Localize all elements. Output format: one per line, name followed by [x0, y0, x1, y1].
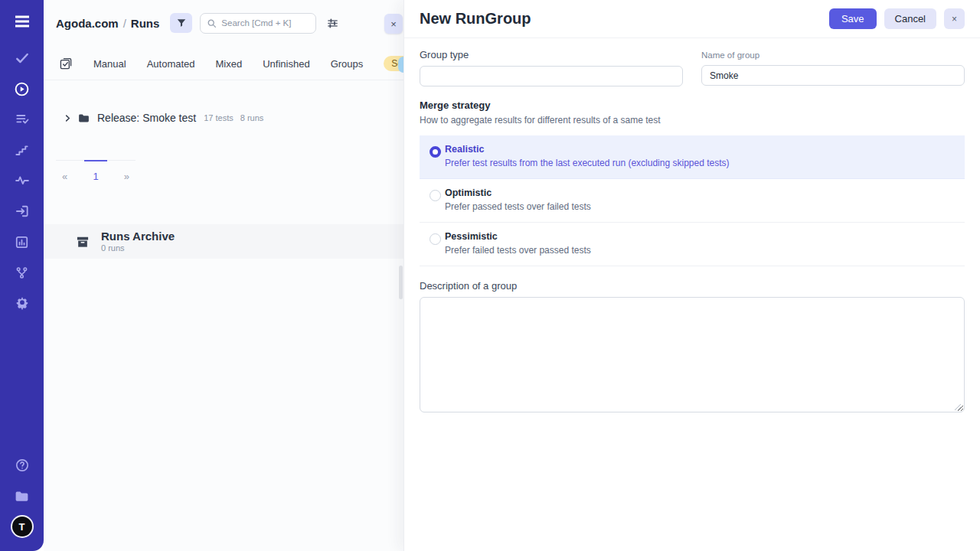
gear-icon — [15, 295, 30, 311]
funnel-icon — [176, 18, 187, 28]
breadcrumb: Agoda.com / Runs — [56, 17, 159, 30]
form-header: New RunGroup Save Cancel × — [404, 0, 980, 38]
tab-manual[interactable]: Manual — [93, 58, 126, 70]
close-form-button[interactable]: × — [944, 8, 965, 29]
run-group-name: Release: Smoke test — [97, 112, 196, 124]
option-description: Prefer passed tests over failed tests — [445, 201, 952, 212]
avatar-logo: T — [12, 517, 32, 536]
pagination: « 1 » — [56, 160, 136, 182]
new-rungroup-panel: New RunGroup Save Cancel × Group type Na… — [403, 0, 980, 551]
group-type-label: Group type — [420, 49, 683, 60]
form-body: Group type Name of group Merge strategy … — [404, 38, 980, 416]
help-circle-icon — [15, 458, 30, 473]
tab-groups[interactable]: Groups — [331, 58, 364, 70]
sidebar-item-settings[interactable] — [0, 288, 44, 318]
cancel-button[interactable]: Cancel — [884, 8, 936, 29]
sidebar-item-steps[interactable] — [0, 135, 44, 165]
sidebar-item-pulse[interactable] — [0, 165, 44, 196]
tab-mixed[interactable]: Mixed — [216, 58, 243, 70]
sidebar-item-runs[interactable] — [0, 73, 44, 104]
sidebar-item-tests[interactable] — [0, 43, 44, 73]
option-realistic[interactable]: Realistic Prefer test results from the l… — [420, 135, 965, 179]
merge-strategy-section: Merge strategy How to aggregate results … — [420, 99, 965, 266]
runs-list-panel: Agoda.com / Runs × Manual Automated Mixe… — [44, 0, 403, 551]
archive-text: Runs Archive 0 runs — [101, 230, 175, 253]
tab-unfinished[interactable]: Unfinished — [263, 58, 309, 70]
option-title: Optimistic — [445, 187, 952, 198]
filter-tabs: Manual Automated Mixed Unfinished Groups… — [44, 51, 403, 80]
search-input[interactable] — [221, 18, 305, 28]
pagination-prev[interactable]: « — [62, 161, 67, 182]
play-circle-icon — [14, 81, 30, 97]
option-title: Pessimistic — [445, 231, 952, 242]
option-description: Prefer test results from the last execut… — [445, 158, 952, 168]
group-type-input[interactable] — [420, 66, 683, 86]
clipped-badge[interactable] — [398, 57, 403, 73]
search-box — [200, 13, 316, 34]
archive-title: Runs Archive — [101, 230, 175, 243]
run-group-row[interactable]: Release: Smoke test 17 tests 8 runs — [64, 108, 391, 128]
option-title: Realistic — [445, 144, 952, 155]
breadcrumb-page[interactable]: Runs — [131, 17, 160, 30]
breadcrumb-separator: / — [123, 17, 126, 30]
merge-strategy-hint: How to aggregate results for different r… — [420, 115, 965, 126]
panel-close-button[interactable]: × — [384, 14, 403, 34]
sidebar-item-import[interactable] — [0, 196, 44, 227]
name-of-group-label: Name of group — [701, 49, 965, 60]
sidebar-nav — [0, 43, 44, 318]
adjustments-icon[interactable] — [326, 17, 339, 30]
hamburger-icon — [14, 15, 31, 28]
hamburger-menu-button[interactable] — [0, 0, 44, 43]
name-of-group-input[interactable] — [701, 65, 965, 86]
option-optimistic[interactable]: Optimistic Prefer passed tests over fail… — [420, 179, 965, 223]
bar-chart-icon — [15, 235, 29, 249]
sidebar-bottom: T — [0, 450, 44, 542]
archive-count: 0 runs — [101, 243, 175, 253]
pulse-icon — [15, 173, 30, 188]
tests-count: 17 tests — [204, 113, 234, 122]
sidebar-item-analytics[interactable] — [0, 227, 44, 257]
option-description: Prefer failed tests over passed tests — [445, 245, 952, 256]
option-pessimistic[interactable]: Pessimistic Prefer failed tests over pas… — [420, 223, 965, 266]
sidebar-item-branches[interactable] — [0, 257, 44, 288]
radio-icon[interactable] — [430, 190, 441, 201]
sign-in-icon — [15, 204, 30, 219]
list-check-icon — [15, 112, 30, 127]
pagination-page-1[interactable]: 1 — [84, 160, 106, 182]
save-button[interactable]: Save — [829, 8, 877, 29]
merge-strategy-label: Merge strategy — [420, 99, 965, 111]
run-group-meta: 17 tests 8 runs — [204, 113, 263, 122]
breadcrumb-project[interactable]: Agoda.com — [56, 17, 119, 30]
sidebar-item-help[interactable] — [0, 450, 44, 481]
sidebar-item-plans[interactable] — [0, 104, 44, 135]
filter-button[interactable] — [170, 13, 192, 33]
archive-box-icon — [75, 234, 90, 249]
description-textarea[interactable] — [420, 297, 965, 412]
radio-selected-icon[interactable] — [430, 146, 441, 158]
tab-automated[interactable]: Automated — [147, 58, 195, 70]
sidebar: T — [0, 0, 44, 551]
sidebar-item-projects[interactable] — [0, 481, 44, 511]
scrollbar-thumb[interactable] — [399, 266, 403, 299]
branch-icon — [15, 266, 29, 280]
page-title: New RunGroup — [420, 10, 531, 28]
form-actions: Save Cancel × — [829, 8, 965, 29]
runs-header: Agoda.com / Runs — [56, 12, 377, 34]
search-icon — [207, 18, 217, 28]
select-all-icon[interactable] — [59, 57, 73, 70]
runs-archive-row[interactable]: Runs Archive 0 runs — [44, 224, 403, 259]
runs-count: 8 runs — [240, 113, 264, 122]
stairs-icon — [15, 143, 29, 158]
group-type-field: Group type — [420, 49, 683, 86]
chevron-right-icon[interactable] — [64, 114, 72, 122]
description-section: Description of a group — [420, 280, 965, 416]
user-avatar[interactable]: T — [0, 511, 44, 542]
check-icon — [15, 51, 30, 66]
folder-icon — [14, 488, 30, 504]
radio-icon[interactable] — [430, 233, 441, 245]
merge-strategy-options: Realistic Prefer test results from the l… — [420, 135, 965, 266]
folder-icon — [77, 112, 90, 125]
name-field: Name of group — [701, 49, 965, 86]
pagination-next[interactable]: » — [124, 161, 129, 182]
description-label: Description of a group — [420, 280, 965, 292]
